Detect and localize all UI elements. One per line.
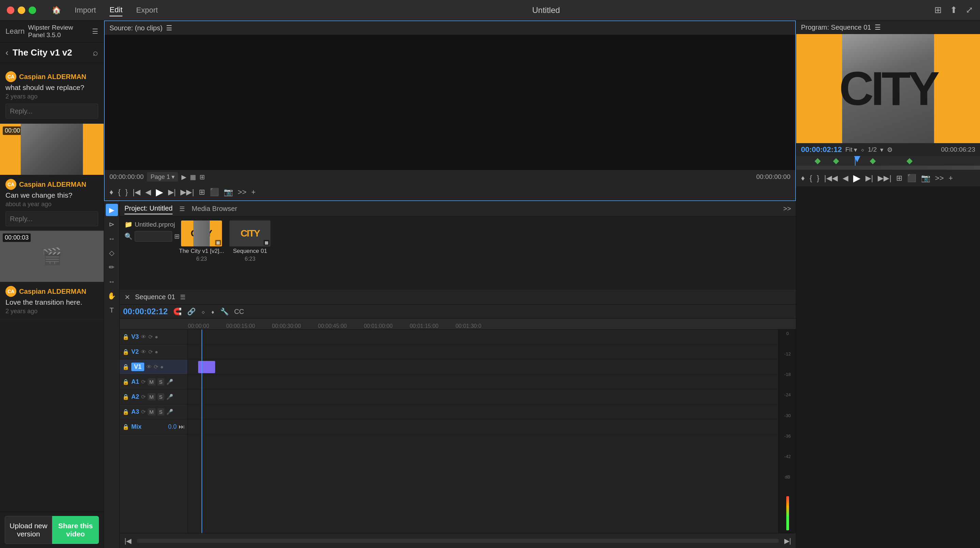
go-in-icon[interactable]: |◀ [133,188,140,197]
prog-go-end[interactable]: ▶▶| [878,174,891,183]
solo-button[interactable]: S [158,378,164,386]
mute-button[interactable]: M [148,393,156,400]
lock-icon[interactable]: 🔒 [123,334,129,340]
solo-button[interactable]: S [158,393,164,400]
rate-stretch-tool[interactable]: ◇ [106,247,118,259]
reply-check-icon[interactable]: ✓ [100,212,103,226]
fit-dropdown-icon[interactable]: ▾ [854,146,857,154]
seq-tool-marker[interactable]: ⬦ [201,308,205,316]
prog-play-btn[interactable]: ▶ [853,172,861,184]
hand-tool[interactable]: ✋ [106,290,118,302]
mute-button[interactable]: M [148,378,156,386]
visibility-icon[interactable]: ● [155,349,158,355]
sequence-menu-icon[interactable]: ☰ [180,294,186,301]
source-menu-icon[interactable]: ☰ [166,24,172,32]
learn-tab[interactable]: Learn [5,27,25,36]
share-icon[interactable]: ⬆ [950,5,958,15]
ripple-edit-tool[interactable]: ↔ [106,232,118,245]
mute-button[interactable]: M [148,408,156,415]
project-search-input[interactable] [135,231,172,241]
type-tool[interactable]: T [106,304,118,316]
seq-tool-add-marker[interactable]: ⬧ [211,308,215,316]
share-video-button[interactable]: Share this video [52,516,99,544]
go-out-icon[interactable]: ▶▶| [180,188,194,197]
marker-icon-prog[interactable]: ⬦ [861,146,864,153]
project-menu-icon[interactable]: ☰ [179,205,185,213]
lock-icon[interactable]: 🔒 [123,349,129,355]
window-icon[interactable]: ⊞ [934,5,942,15]
export-frame-icon[interactable]: 📷 [224,188,233,197]
video-clip[interactable] [198,361,215,373]
razor-tool[interactable]: ✏ [106,261,118,273]
extract-icon[interactable]: ⊞ [199,173,205,181]
play-button[interactable]: ▶ [156,186,163,198]
sequence-close-icon[interactable]: ✕ [124,293,130,301]
track-eye-icon[interactable]: 👁 [141,334,146,340]
marker-icon[interactable]: ♦ [110,188,113,197]
seq-tool-link[interactable]: 🔗 [187,307,196,316]
fit-selector[interactable]: Fit ▾ [845,146,857,154]
tab-project[interactable]: Project: Untitled [124,203,173,214]
seq-tool-captions[interactable]: CC [234,308,244,316]
prog-export-frame[interactable]: 📷 [921,174,930,183]
seq-end-icon[interactable]: ▶| [784,537,791,545]
prog-extract-btn[interactable]: ⬛ [907,174,916,183]
prog-add-btn[interactable]: + [949,174,953,183]
lock-icon[interactable]: 🔒 [123,379,129,385]
add-icon[interactable]: + [251,188,256,197]
track-select-tool[interactable]: ⊳ [106,218,118,230]
sync-icon[interactable]: ⟳ [141,394,146,400]
sync-icon[interactable]: ⟳ [141,408,146,415]
mic-icon[interactable]: 🎤 [166,394,173,400]
close-button[interactable] [7,6,14,14]
fraction-dropdown[interactable]: ▾ [880,146,883,154]
prog-step-fwd[interactable]: ▶| [865,174,873,183]
mic-icon[interactable]: 🎤 [166,379,173,385]
slip-tool[interactable]: ↔ [106,275,118,288]
prog-more-btn[interactable]: >> [935,174,944,183]
seq-start-icon[interactable]: |◀ [124,537,131,545]
search-button[interactable]: ⌕ [93,48,98,58]
sync-icon[interactable]: ⟳ [148,334,153,340]
upload-new-version-button[interactable]: Upload new version [5,516,52,544]
reply-check-icon[interactable]: ✓ [100,104,103,118]
sync-icon[interactable]: ⟳ [141,379,146,385]
reply-input[interactable] [6,105,100,118]
sync-icon[interactable]: ⟳ [148,349,153,355]
program-menu-icon[interactable]: ☰ [875,23,881,31]
sync-icon[interactable]: ⟳ [154,364,158,370]
visibility-icon[interactable]: ● [155,334,158,340]
prog-step-back[interactable]: ◀ [843,174,848,183]
track-eye-icon[interactable]: 👁 [146,364,152,370]
media-item[interactable]: CITY ▦ Sequence 01 6:23 [229,221,270,262]
track-eye-icon[interactable]: 👁 [141,349,146,355]
overwrite-button[interactable]: ⬛ [210,188,219,197]
insert-button[interactable]: ⊞ [199,188,205,197]
seq-tool-magnet[interactable]: 🧲 [173,307,182,316]
hamburger-icon[interactable]: ☰ [92,27,98,35]
selection-tool[interactable]: ▶ [106,204,118,216]
page-forward-icon[interactable]: ▶ [181,173,186,181]
more-controls-icon[interactable]: >> [238,188,247,197]
minimize-button[interactable] [18,6,25,14]
tab-media-browser[interactable]: Media Browser [192,203,237,214]
fullscreen-icon[interactable]: ⤢ [966,5,973,15]
nav-home[interactable]: 🏠 [52,5,61,16]
prog-mark-in[interactable]: { [810,174,812,183]
nav-edit[interactable]: Edit [110,4,123,16]
seq-tool-wrench[interactable]: 🔧 [220,307,229,316]
maximize-button[interactable] [29,6,36,14]
settings-icon[interactable]: ⚙ [887,146,893,154]
timeline-scrollbar[interactable] [137,539,779,543]
prog-go-in[interactable]: |◀◀ [824,174,838,183]
page-selector[interactable]: Page 1 ▾ [147,172,178,182]
insert-icon[interactable]: ▦ [190,173,196,181]
media-item[interactable]: CITY ▦ The City v1 [v2]... 6:23 [179,221,224,262]
visibility-icon[interactable]: ● [160,364,164,370]
prog-lift-btn[interactable]: ⊞ [896,174,902,183]
back-button[interactable]: ‹ [5,48,8,58]
prog-marker-btn[interactable]: ♦ [801,174,805,183]
nav-export[interactable]: Export [136,5,158,16]
lock-icon[interactable]: 🔒 [123,424,129,430]
mic-icon[interactable]: 🎤 [166,408,173,415]
